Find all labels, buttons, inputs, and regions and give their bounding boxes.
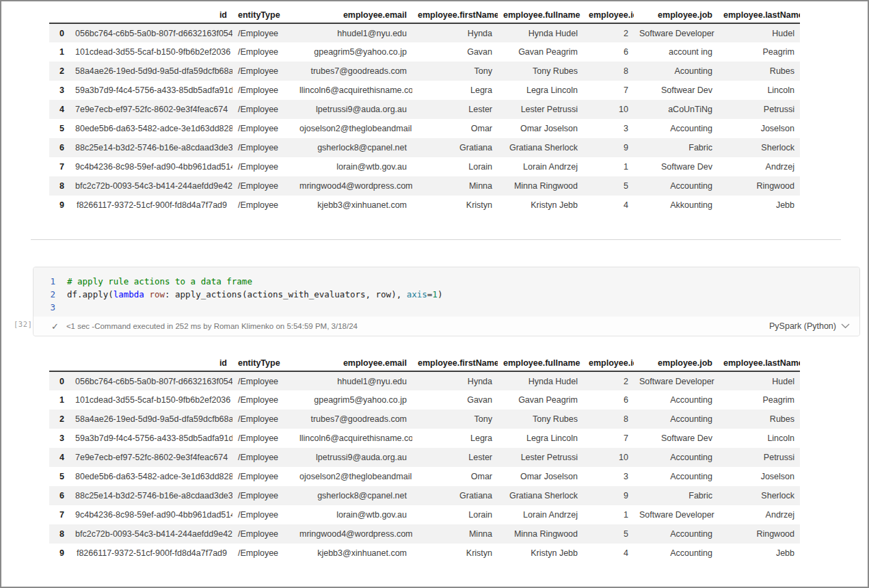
row-index: 2 <box>49 62 70 81</box>
table-cell: Acounting <box>634 62 718 81</box>
table-cell: 80ede5b6-da63-5482-adce-3e1d63dd8283 <box>70 119 232 138</box>
table-cell: Accounting <box>634 524 718 544</box>
table-cell: Andrzej <box>718 505 800 524</box>
table-row: 47e9e7ecb-ef97-52fc-8602-9e3f4feac674/Em… <box>49 100 800 119</box>
code-line: 2df.apply(lambda row: apply_actions(acti… <box>34 288 859 301</box>
table-row: 258a4ae26-19ed-5d9d-9a5d-dfa59dcfb68a/Em… <box>49 410 800 429</box>
table-cell: 88c25e14-b3d2-5746-b16e-a8cdaad3de32 <box>70 138 232 157</box>
row-index: 6 <box>49 486 70 505</box>
column-header: employee.firstName <box>412 355 498 371</box>
table-cell: 9 <box>583 486 634 505</box>
code-editor[interactable]: 1# apply rule actions to a data frame2df… <box>34 267 859 317</box>
table-row: 688c25e14-b3d2-5746-b16e-a8cdaad3de32/Em… <box>49 138 800 157</box>
execution-status-text: <1 sec -Command executed in 252 ms by Ro… <box>66 322 358 330</box>
table-cell: Hudel <box>718 23 800 42</box>
table-cell: f8266117-9372-51cf-900f-fd8d4a7f7ad9 <box>70 544 232 563</box>
notebook-page: identityTypeemployee.emailemployee.first… <box>0 0 869 588</box>
row-index: 1 <box>49 42 70 62</box>
table-cell: Andrzej <box>718 157 800 176</box>
execution-count: [32] <box>14 320 32 328</box>
code-token: : apply_actions(actions_with_evaluators,… <box>165 289 407 299</box>
cell-divider <box>31 239 841 240</box>
table-cell: /Employee <box>232 544 294 563</box>
row-index: 3 <box>49 429 70 448</box>
column-header: employee.fullname <box>498 355 583 371</box>
table-cell: 9c4b4236-8c98-59ef-ad90-4bb961dad514 <box>70 157 232 176</box>
table-row: 8bfc2c72b-0093-54c3-b414-244aefdd9e42/Em… <box>49 524 800 544</box>
row-index: 5 <box>49 467 70 486</box>
table-cell: Softwear Dev <box>634 81 718 100</box>
column-header: employee.email <box>294 7 412 23</box>
row-index: 9 <box>49 544 70 563</box>
table-cell: Lorain <box>412 505 498 524</box>
row-index: 4 <box>49 448 70 467</box>
table-cell: /Employee <box>232 157 294 176</box>
code-text: # apply rule actions to a data frame <box>67 275 252 288</box>
table-cell: 6 <box>583 42 634 62</box>
column-header: entityType <box>232 7 294 23</box>
dataframe-output-before: identityTypeemployee.emailemployee.first… <box>49 7 800 215</box>
code-token: lambda <box>113 289 144 299</box>
table-row: 9f8266117-9372-51cf-900f-fd8d4a7f7ad9/Em… <box>49 196 800 215</box>
table-row: 0056bc764-c6b5-5a0b-807f-d6632163f054/Em… <box>49 23 800 42</box>
table-cell: Fabric <box>634 138 718 157</box>
row-index: 6 <box>49 138 70 157</box>
table-cell: /Employee <box>232 23 294 42</box>
code-token: # apply rule actions to a data frame <box>67 276 252 286</box>
table-cell: 3 <box>583 119 634 138</box>
table-row: 47e9e7ecb-ef97-52fc-8602-9e3f4feac674/Em… <box>49 448 800 467</box>
row-index: 5 <box>49 119 70 138</box>
row-index: 9 <box>49 196 70 215</box>
table-cell: Tony Rubes <box>498 62 583 81</box>
table-cell: Ringwood <box>718 176 800 196</box>
table-cell: 9c4b4236-8c98-59ef-ad90-4bb961dad514 <box>70 505 232 524</box>
table-cell: Gratiana Sherlock <box>498 486 583 505</box>
line-number: 3 <box>34 301 67 314</box>
success-check-icon: ✓ <box>51 322 59 331</box>
kernel-selector[interactable]: PySpark (Python) <box>769 321 850 331</box>
table-cell: Hudel <box>718 371 800 390</box>
table-cell: Accounting <box>634 410 718 429</box>
line-number: 1 <box>34 275 67 288</box>
table-cell: /Employee <box>232 81 294 100</box>
table-cell: Lester Petrussi <box>498 448 583 467</box>
table-cell: Hynda Hudel <box>498 23 583 42</box>
table-cell: 7e9e7ecb-ef97-52fc-8602-9e3f4feac674 <box>70 100 232 119</box>
table-cell: Petrussi <box>718 100 800 119</box>
table-cell: Hynda <box>412 371 498 390</box>
column-header: employee.lastName <box>718 7 800 23</box>
table-cell: Gratiana <box>412 138 498 157</box>
table-cell: trubes7@goodreads.com <box>294 410 412 429</box>
table-cell: lorain@wtb.gov.au <box>294 505 412 524</box>
table-cell: Tony <box>412 410 498 429</box>
column-header: employee.firstName <box>412 7 498 23</box>
table-cell: Kristyn <box>412 196 498 215</box>
code-token: ) <box>438 289 443 299</box>
table-cell: Joselson <box>718 467 800 486</box>
table-cell: gpeagrim5@yahoo.co.jp <box>294 42 412 62</box>
table-cell: account ing <box>634 42 718 62</box>
table-cell: Legra Lincoln <box>498 429 583 448</box>
table-cell: ojoselson2@theglobeandmail.com <box>294 467 412 486</box>
chevron-down-icon <box>841 323 850 329</box>
table-cell: 8 <box>583 410 634 429</box>
table-cell: 056bc764-c6b5-5a0b-807f-d6632163f054 <box>70 23 232 42</box>
table-cell: 056bc764-c6b5-5a0b-807f-d6632163f054 <box>70 371 232 390</box>
row-index: 3 <box>49 81 70 100</box>
table-cell: 2 <box>583 23 634 42</box>
row-index: 2 <box>49 410 70 429</box>
row-index: 7 <box>49 505 70 524</box>
table-cell: /Employee <box>232 486 294 505</box>
table-row: 688c25e14-b3d2-5746-b16e-a8cdaad3de32/Em… <box>49 486 800 505</box>
column-header: employee.id <box>583 7 634 23</box>
table-cell: 1 <box>583 157 634 176</box>
table-cell: lpetrussi9@auda.org.au <box>294 100 412 119</box>
table-cell: 9 <box>583 138 634 157</box>
table-row: 580ede5b6-da63-5482-adce-3e1d63dd8283/Em… <box>49 119 800 138</box>
table-cell: Lester Petrussi <box>498 100 583 119</box>
table-row: 580ede5b6-da63-5482-adce-3e1d63dd8283/Em… <box>49 467 800 486</box>
table-cell: llincoln6@acquirethisname.com <box>294 81 412 100</box>
table-row: 1101cdead-3d55-5caf-b150-9fb6b2ef2036/Em… <box>49 42 800 62</box>
table-cell: Rubes <box>718 410 800 429</box>
table-cell: 2 <box>583 371 634 390</box>
